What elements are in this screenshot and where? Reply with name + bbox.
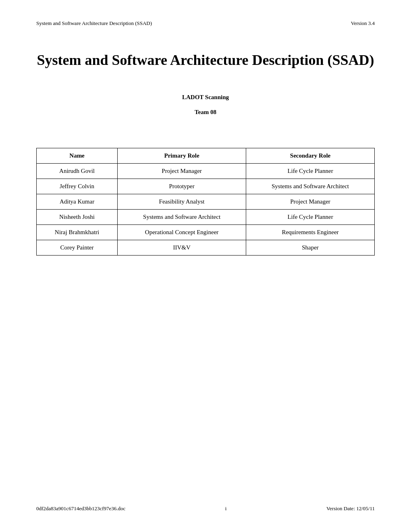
cell-name: Corey Painter bbox=[37, 240, 118, 255]
page-header: System and Software Architecture Descrip… bbox=[36, 20, 375, 27]
team-table-container: Name Primary Role Secondary Role Anirudh… bbox=[36, 148, 375, 256]
cell-primary-role: IIV&V bbox=[118, 240, 246, 255]
table-row: Anirudh GovilProject ManagerLife Cycle P… bbox=[37, 163, 375, 179]
page: System and Software Architecture Descrip… bbox=[0, 0, 411, 532]
header-title: System and Software Architecture Descrip… bbox=[36, 20, 152, 27]
cell-secondary-role: Project Manager bbox=[246, 194, 375, 209]
col-header-primary-role: Primary Role bbox=[118, 148, 246, 163]
subtitle-section: LADOT Scanning Team 08 bbox=[36, 94, 375, 116]
cell-secondary-role: Shaper bbox=[246, 240, 375, 255]
page-footer: 0df2da83a901c6714ed3bb123cf97e36.doc i V… bbox=[36, 505, 375, 512]
table-header-row: Name Primary Role Secondary Role bbox=[37, 148, 375, 163]
header-version: Version 3.4 bbox=[351, 20, 375, 27]
project-label: LADOT Scanning bbox=[36, 94, 375, 101]
table-row: Niraj BrahmkhatriOperational Concept Eng… bbox=[37, 224, 375, 240]
page-title: System and Software Architecture Descrip… bbox=[36, 51, 375, 70]
cell-primary-role: Feasibility Analyst bbox=[118, 194, 246, 209]
cell-secondary-role: Life Cycle Planner bbox=[246, 163, 375, 179]
cell-name: Niraj Brahmkhatri bbox=[37, 224, 118, 240]
cell-name: Jeffrey Colvin bbox=[37, 179, 118, 194]
footer-version-date: Version Date: 12/05/11 bbox=[326, 505, 375, 512]
cell-primary-role: Operational Concept Engineer bbox=[118, 224, 246, 240]
cell-name: Anirudh Govil bbox=[37, 163, 118, 179]
cell-secondary-role: Requirements Engineer bbox=[246, 224, 375, 240]
cell-secondary-role: Life Cycle Planner bbox=[246, 209, 375, 224]
cell-name: Aditya Kumar bbox=[37, 194, 118, 209]
cell-primary-role: Prototyper bbox=[118, 179, 246, 194]
col-header-secondary-role: Secondary Role bbox=[246, 148, 375, 163]
table-row: Aditya KumarFeasibility AnalystProject M… bbox=[37, 194, 375, 209]
table-row: Jeffrey ColvinPrototyperSystems and Soft… bbox=[37, 179, 375, 194]
cell-name: Nisheeth Joshi bbox=[37, 209, 118, 224]
col-header-name: Name bbox=[37, 148, 118, 163]
cell-primary-role: Project Manager bbox=[118, 163, 246, 179]
cell-primary-role: Systems and Software Architect bbox=[118, 209, 246, 224]
team-table: Name Primary Role Secondary Role Anirudh… bbox=[36, 148, 375, 256]
table-row: Corey PainterIIV&VShaper bbox=[37, 240, 375, 255]
footer-page-number: i bbox=[225, 505, 227, 512]
team-label: Team 08 bbox=[36, 109, 375, 116]
cell-secondary-role: Systems and Software Architect bbox=[246, 179, 375, 194]
table-row: Nisheeth JoshiSystems and Software Archi… bbox=[37, 209, 375, 224]
footer-filename: 0df2da83a901c6714ed3bb123cf97e36.doc bbox=[36, 505, 125, 512]
